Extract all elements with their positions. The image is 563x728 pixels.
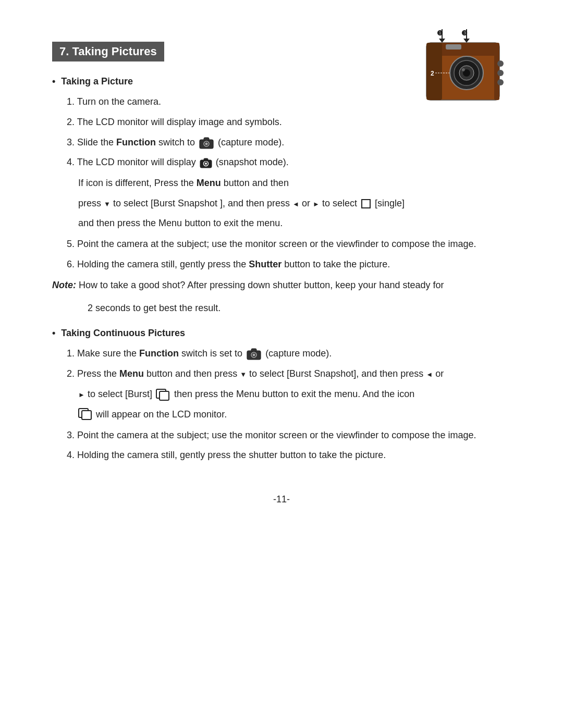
cont-step-1: 1. Make sure the Function switch is set …: [67, 346, 511, 361]
step-5: 5. Point the camera at the subject; use …: [67, 237, 511, 252]
step-4-num: 4. The LCD monitor will display: [67, 157, 199, 167]
step-3: 3. Slide the Function switch to (capture…: [67, 135, 511, 150]
svg-point-19: [497, 79, 504, 85]
svg-text:2: 2: [431, 70, 434, 77]
step-2-num: 2.: [67, 117, 77, 127]
cont-step-3-text: Point the camera at the subject; use the…: [77, 430, 476, 440]
step-5-text: Point the camera at the subject; use the…: [77, 239, 476, 249]
svg-point-32: [253, 354, 255, 356]
cont-step-3-num: 3.: [67, 430, 77, 440]
svg-rect-36: [82, 411, 91, 419]
cont-step-1-num: 1.: [67, 348, 77, 359]
svg-rect-22: [204, 138, 209, 141]
cont-step-2-line3: will appear on the LCD monitor.: [78, 406, 511, 423]
capture-mode-icon-2: [246, 347, 262, 361]
note-block: Note: How to take a good shot? After pre…: [52, 277, 511, 293]
svg-marker-2: [439, 39, 445, 43]
step-6: 6. Holding the camera still, gently pres…: [67, 257, 511, 272]
step-1-text: Turn on the camera.: [77, 96, 161, 107]
cont-step-2-num: 2.: [67, 368, 77, 379]
step-3-num: 3. Slide the Function switch to: [67, 137, 198, 147]
camera-diagram: ❶ ❸ 2: [417, 26, 511, 109]
step-4-continuation: If icon is different, Press the Menu but…: [78, 175, 511, 191]
cont-step-4-text: Holding the camera still, gently press t…: [77, 450, 386, 460]
svg-point-18: [497, 70, 504, 76]
svg-rect-28: [204, 158, 208, 161]
step-4-continuation-3: and then press the Menu button to exit t…: [78, 215, 511, 231]
cont-step-1-text: Make sure the Function switch is set to: [77, 348, 245, 359]
snapshot-icon: [200, 157, 212, 169]
capture-mode-icon-1: [199, 136, 214, 150]
cont-step-2-text: Press the Menu button and then press ▼ t…: [77, 368, 444, 379]
svg-point-17: [497, 60, 504, 67]
svg-point-14: [462, 68, 465, 71]
svg-point-24: [205, 142, 208, 145]
bullet-dot: •: [52, 76, 55, 87]
step-1-num: 1.: [67, 96, 77, 107]
svg-point-27: [205, 163, 207, 165]
cont-step-2-line2: ► to select [Burst] then press the Menu …: [78, 386, 511, 402]
bullet-dot-2: •: [52, 328, 55, 338]
subsection-title-continuous: • Taking Continuous Pictures: [52, 328, 511, 339]
note-continuation: 2 seconds to get best the result.: [88, 300, 511, 316]
step-6-num: 6.: [67, 259, 77, 269]
step-2: 2. The LCD monitor will display image an…: [67, 115, 511, 130]
page-number: -11-: [52, 494, 511, 505]
single-icon: [361, 199, 371, 208]
burst-icon-inline-1: [156, 389, 170, 401]
note-label: Note:: [52, 280, 76, 290]
note-text: How to take a good shot? After pressing …: [79, 280, 444, 290]
subsection-continuous-pictures: • Taking Continuous Pictures 1. Make sur…: [52, 328, 511, 463]
step-2-text: The LCD monitor will display image and s…: [77, 117, 282, 127]
svg-rect-20: [446, 44, 461, 50]
step-6-text: Holding the camera still, gently press t…: [77, 259, 390, 269]
burst-icon-standalone: [78, 408, 93, 421]
svg-rect-30: [251, 349, 256, 352]
svg-rect-8: [426, 43, 442, 100]
section-title: 7. Taking Pictures: [52, 42, 164, 61]
svg-marker-5: [463, 39, 470, 43]
cont-step-4-num: 4.: [67, 450, 77, 460]
step-4-continuation-2: press ▼ to select [Burst Snapshot ], and…: [78, 195, 511, 212]
step-4: 4. The LCD monitor will display (snapsho…: [67, 155, 511, 170]
svg-rect-34: [160, 391, 169, 400]
cont-step-2: 2. Press the Menu button and then press …: [67, 366, 511, 381]
subsection-taking-a-picture: • Taking a Picture 1. Turn on the camera…: [52, 76, 511, 316]
cont-step-3: 3. Point the camera at the subject; use …: [67, 428, 511, 443]
cont-step-4: 4. Holding the camera still, gently pres…: [67, 448, 511, 463]
step-5-num: 5.: [67, 239, 77, 249]
